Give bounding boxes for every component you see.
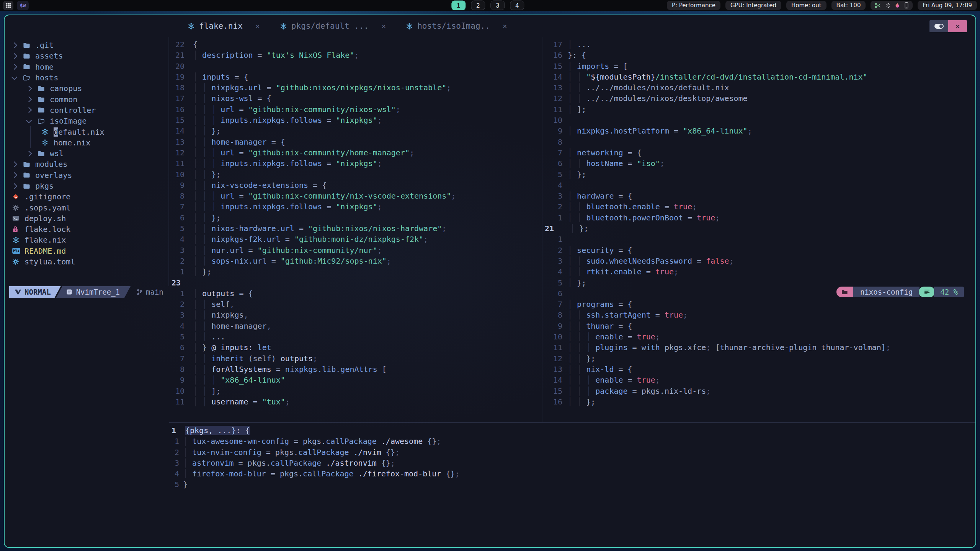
- tree-item--gitignore[interactable]: .gitignore: [5, 191, 168, 202]
- code-line[interactable]: 12│ │ │ url = "github:nix-community/home…: [169, 147, 542, 158]
- tab-close-button[interactable]: ×: [381, 21, 386, 31]
- code-line[interactable]: 9│ │ │ "x86_64-linux": [169, 375, 542, 385]
- tree-item-flake-nix[interactable]: flake.nix: [5, 235, 168, 245]
- editor-isoimage-default-nix[interactable]: 17│ ...16}: {15│ imports = [14│ │ "${mod…: [542, 37, 975, 422]
- code-line[interactable]: 2│ tux-nvim-config = pkgs.callPackage ./…: [169, 447, 975, 458]
- code-line[interactable]: 16}: {: [542, 50, 975, 60]
- status-pill-p[interactable]: P: Performance: [667, 1, 720, 10]
- code-line[interactable]: 8│ │ forAllSystems = nixpkgs.lib.genAttr…: [169, 364, 542, 375]
- workspace-button-3[interactable]: 3: [490, 1, 505, 10]
- code-line[interactable]: 7│ │ inherit (self) outputs;: [169, 353, 542, 364]
- code-line[interactable]: 20: [169, 61, 542, 72]
- flame-icon[interactable]: [895, 3, 900, 8]
- tree-item-home-nix[interactable]: home.nix: [5, 137, 168, 148]
- code-line[interactable]: 5}: [169, 479, 975, 490]
- code-line[interactable]: 16│ │ │ url = "github:nix-community/nixo…: [169, 104, 542, 115]
- tree-item-common[interactable]: common: [5, 94, 168, 104]
- code-line[interactable]: 14│ │ │ enable = true;: [542, 375, 975, 385]
- tree-item--git[interactable]: .git: [5, 40, 168, 51]
- tree-item-overlays[interactable]: overlays: [5, 170, 168, 181]
- tree-item-deploy-sh[interactable]: deploy.sh: [5, 213, 168, 224]
- code-line[interactable]: 14│ │ "${modulesPath}/installer/cd-dvd/i…: [542, 72, 975, 82]
- code-line[interactable]: 10: [542, 115, 975, 126]
- code-line[interactable]: 21│ description = "tux's NixOS Flake";: [169, 50, 542, 60]
- code-line[interactable]: 15│ │ │ package = pkgs.nix-ld-rs;: [542, 386, 975, 396]
- code-line[interactable]: 11│ │ │ inputs.nixpkgs.follows = "nixpkg…: [169, 158, 542, 169]
- tree-item-controller[interactable]: controller: [5, 105, 168, 116]
- tree-item-readme-md[interactable]: README.md: [5, 246, 168, 256]
- code-line[interactable]: 4│ firefox-mod-blur = pkgs.callPackage .…: [169, 468, 975, 479]
- code-line[interactable]: 16│ │ };: [542, 396, 975, 407]
- code-line[interactable]: 6│ } @ inputs: let: [169, 342, 542, 353]
- code-line[interactable]: 4│ │ rtkit.enable = true;: [542, 266, 975, 277]
- code-line[interactable]: 19│ inputs = {: [169, 72, 542, 82]
- code-line[interactable]: 17│ │ nixos-wsl = {: [169, 93, 542, 104]
- code-line[interactable]: 10│ │ ];: [169, 386, 542, 396]
- tree-item-pkgs[interactable]: pkgs: [5, 181, 168, 191]
- code-line[interactable]: 10│ │ │ enable = true;: [542, 331, 975, 342]
- tab-close-button[interactable]: ×: [503, 21, 507, 31]
- code-line[interactable]: 3│ astronvim = pkgs.callPackage ./astron…: [169, 458, 975, 468]
- code-line[interactable]: 10│ │ };: [169, 169, 542, 180]
- workspace-button-4[interactable]: 4: [510, 1, 524, 10]
- tree-item-isoimage[interactable]: isoImage: [5, 116, 168, 126]
- code-line[interactable]: 5│ };: [542, 169, 975, 180]
- code-line[interactable]: 1│ tux-awesome-wm-config = pkgs.callPack…: [169, 436, 975, 447]
- code-line[interactable]: 14│ │ };: [169, 126, 542, 136]
- app-launcher-button[interactable]: [3, 1, 13, 10]
- phone-icon[interactable]: [905, 2, 908, 8]
- status-pill-home[interactable]: Home: out: [786, 1, 826, 10]
- code-line[interactable]: 6│ │ };: [169, 212, 542, 223]
- tab-hosts-isoimag-[interactable]: hosts/isoImag..×: [396, 21, 517, 31]
- code-line[interactable]: 3│ │ nixpkgs,: [169, 310, 542, 320]
- code-line[interactable]: 15│ │ │ inputs.nixpkgs.follows = "nixpkg…: [169, 115, 542, 126]
- scissors-icon[interactable]: [875, 3, 881, 8]
- code-line[interactable]: 2│ │ sops-nix.url = "github:Mic92/sops-n…: [169, 256, 542, 266]
- tree-item-wsl[interactable]: wsl: [5, 148, 168, 159]
- code-line[interactable]: 22{: [169, 39, 542, 50]
- code-line[interactable]: 15│ imports = [: [542, 61, 975, 72]
- code-line[interactable]: 2│ security = {: [542, 245, 975, 256]
- status-pill-gpu[interactable]: GPU: Integrated: [725, 1, 781, 10]
- code-line[interactable]: 1{pkgs, ...}: {: [169, 425, 975, 436]
- code-line[interactable]: 2│ │ bluetooth.enable = true;: [542, 201, 975, 212]
- tab-flake-nix[interactable]: flake.nix×: [178, 21, 270, 31]
- workspace-button-1[interactable]: 1: [451, 1, 466, 10]
- wm-logo-button[interactable]: $W: [17, 1, 29, 10]
- tree-item-canopus[interactable]: canopus: [5, 83, 168, 94]
- tab-pkgs-default-[interactable]: pkgs/default ...×: [270, 21, 396, 31]
- code-line[interactable]: 6│ │ hostName = "iso";: [542, 158, 975, 169]
- tree-item--sops-yaml[interactable]: .sops.yaml: [5, 202, 168, 213]
- code-line[interactable]: 8│ │ │ url = "github:nix-community/nix-v…: [169, 191, 542, 201]
- code-line[interactable]: 17│ ...: [542, 39, 975, 50]
- code-line[interactable]: 5│ │ nixos-hardware.url = "github:nixos/…: [169, 223, 542, 234]
- code-line[interactable]: 11│ │ username = "tux";: [169, 396, 542, 407]
- editor-pkgs-default-nix[interactable]: 1{pkgs, ...}: {1│ tux-awesome-wm-config …: [169, 423, 975, 530]
- bluetooth-icon[interactable]: [886, 2, 890, 8]
- tree-item-hosts[interactable]: hosts: [5, 72, 168, 83]
- tab-close-button[interactable]: ×: [255, 21, 260, 31]
- tree-item-default-nix[interactable]: default.nix: [5, 126, 168, 137]
- code-line[interactable]: 13│ │ nix-ld = {: [542, 364, 975, 375]
- code-line[interactable]: 2│ │ self,: [169, 299, 542, 310]
- tree-item-modules[interactable]: modules: [5, 159, 168, 170]
- tree-item-home[interactable]: home: [5, 62, 168, 72]
- code-line[interactable]: 4│ │ home-manager,: [169, 321, 542, 331]
- code-line[interactable]: 3│ │ sudo.wheelNeedsPassword = false;: [542, 256, 975, 266]
- code-line[interactable]: 5│ │ ...: [169, 331, 542, 342]
- tree-item-flake-lock[interactable]: flake.lock: [5, 224, 168, 235]
- code-line[interactable]: 7│ networking = {: [542, 147, 975, 158]
- code-line[interactable]: 7│ programs = {: [542, 299, 975, 310]
- code-line[interactable]: 1: [542, 234, 975, 245]
- window-close-button[interactable]: ×: [948, 20, 967, 32]
- code-line[interactable]: 12│ │ ../../modules/nixos/desktop/awesom…: [542, 93, 975, 104]
- code-line[interactable]: 9│ │ thunar = {: [542, 321, 975, 331]
- code-line[interactable]: 7│ │ │ inputs.nixpkgs.follows = "nixpkgs…: [169, 201, 542, 212]
- status-pill-bat[interactable]: Bat: 100: [831, 1, 866, 10]
- code-line[interactable]: 21│ };: [542, 223, 975, 234]
- code-line[interactable]: 18│ │ nixpkgs.url = "github:nixos/nixpkg…: [169, 82, 542, 93]
- code-line[interactable]: 8│ │ ssh.startAgent = true;: [542, 310, 975, 320]
- code-line[interactable]: 3│ │ nur.url = "github:nix-community/nur…: [169, 245, 542, 256]
- editor-flake-nix[interactable]: 22{21│ description = "tux's NixOS Flake"…: [169, 37, 542, 422]
- workspace-button-2[interactable]: 2: [471, 1, 485, 10]
